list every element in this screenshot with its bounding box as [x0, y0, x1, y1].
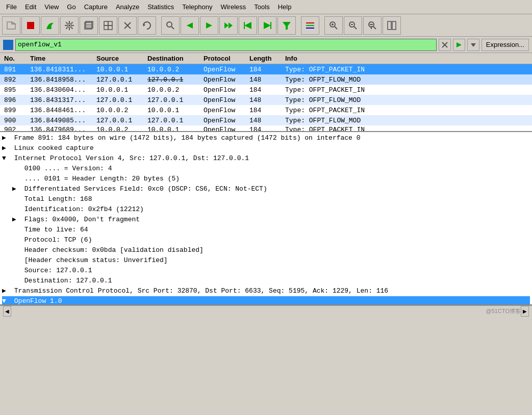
- expand-arrow-icon: ▶: [2, 133, 10, 143]
- packet-row[interactable]: 891 136.8418311... 10.0.0.1 10.0.0.2 Ope…: [0, 64, 532, 74]
- menu-file[interactable]: File: [2, 2, 21, 12]
- svg-line-11: [71, 22, 73, 23]
- filter-input[interactable]: openflow_v1: [15, 39, 437, 51]
- menu-tools[interactable]: Tools: [250, 2, 273, 12]
- detail-text: OpenFlow 1.0: [14, 297, 62, 305]
- svg-line-12: [66, 27, 68, 29]
- zoom-in-button[interactable]: [324, 16, 343, 35]
- svg-rect-19: [104, 25, 108, 30]
- packet-time: 136.8418958...: [30, 76, 96, 84]
- detail-text: Transmission Control Protocol, Src Port:…: [14, 287, 388, 295]
- zoom-reset-button[interactable]: [363, 16, 382, 35]
- packet-dst: 10.0.0.1: [147, 107, 204, 114]
- detail-dsfield-line[interactable]: ▶ Differentiated Services Field: 0xc0 (D…: [2, 184, 530, 194]
- filter-apply-button[interactable]: [453, 39, 465, 51]
- svg-line-39: [335, 27, 337, 29]
- expand-arrow-icon: ▼: [2, 296, 10, 305]
- svg-marker-1: [12, 22, 15, 24]
- prev-packet-button[interactable]: [239, 16, 257, 35]
- svg-marker-54: [457, 42, 462, 47]
- svg-marker-34: [283, 22, 291, 30]
- detail-totallength-line: Total Length: 168: [2, 194, 530, 204]
- detail-text: Time to live: 64: [24, 226, 88, 234]
- find-button[interactable]: [161, 16, 180, 35]
- options-button[interactable]: [60, 16, 79, 35]
- svg-marker-32: [264, 22, 271, 29]
- menu-capture[interactable]: Capture: [80, 2, 112, 12]
- scroll-right-button[interactable]: ▶: [521, 306, 529, 317]
- back-button[interactable]: [181, 16, 199, 35]
- packet-proto: OpenFlow: [204, 117, 249, 124]
- menu-view[interactable]: View: [40, 2, 63, 12]
- toolbar-separator-1: [157, 16, 160, 35]
- packet-info: Type: OFPT_PACKET_IN: [285, 126, 530, 133]
- menu-go[interactable]: Go: [63, 2, 80, 12]
- filter-button[interactable]: [277, 16, 296, 35]
- export-button[interactable]: [99, 16, 117, 35]
- col-header-protocol: Protocol: [204, 55, 249, 62]
- packet-row[interactable]: 899 136.8448461... 10.0.0.2 10.0.0.1 Ope…: [0, 105, 532, 115]
- menu-edit[interactable]: Edit: [21, 2, 40, 12]
- next-packet-button[interactable]: [258, 16, 276, 35]
- colorize-button[interactable]: [301, 16, 319, 35]
- detail-text: Frame 891: 184 bytes on wire (1472 bits)…: [14, 134, 361, 142]
- menu-telephony[interactable]: Telephony: [178, 2, 216, 12]
- packet-dst: 127.0.0.1: [147, 117, 204, 124]
- packet-info: Type: OFPT_FLOW_MOD: [285, 117, 530, 124]
- files-button[interactable]: [80, 16, 98, 35]
- goto-packet-button[interactable]: [219, 16, 238, 35]
- col-header-time: Time: [30, 55, 96, 62]
- filter-dropdown-button[interactable]: [467, 39, 479, 51]
- packet-len: 148: [249, 96, 285, 104]
- expand-arrow-icon: ▶: [2, 286, 10, 296]
- close-button[interactable]: [118, 16, 137, 35]
- packet-len: 184: [249, 107, 285, 114]
- detail-ttl-line: Time to live: 64: [2, 225, 530, 235]
- packet-no: 891: [2, 66, 30, 73]
- packet-src: 127.0.0.1: [96, 76, 147, 84]
- packet-dst: 127.0.0.1: [147, 96, 204, 104]
- packet-row[interactable]: 902 136.8479689... 10.0.0.2 10.0.0.1 Ope…: [0, 125, 532, 132]
- detail-openflow-line[interactable]: ▼ OpenFlow 1.0: [2, 296, 530, 305]
- zoom-out-button[interactable]: [344, 16, 362, 35]
- expand-arrow-icon: ▼: [2, 153, 10, 164]
- packet-info: Type: OFPT_PACKET_IN: [285, 107, 530, 114]
- reload-button[interactable]: [138, 16, 156, 35]
- toolbar: [0, 14, 532, 37]
- packet-src: 10.0.0.2: [96, 126, 147, 133]
- packet-no: 896: [2, 96, 30, 104]
- menu-analyze[interactable]: Analyze: [112, 2, 143, 12]
- detail-ipv4-line[interactable]: ▼ Internet Protocol Version 4, Src: 127.…: [2, 153, 530, 164]
- restart-button[interactable]: [41, 16, 59, 35]
- packet-row[interactable]: 892 136.8418958... 127.0.0.1 127.0.0.1 O…: [0, 74, 532, 85]
- stop-capture-button[interactable]: [21, 16, 40, 35]
- col-header-no: No.: [2, 55, 30, 62]
- expression-button[interactable]: Expression...: [482, 39, 529, 51]
- svg-line-10: [71, 27, 73, 29]
- detail-identification-line: Identification: 0x2fb4 (12212): [2, 204, 530, 215]
- detail-linux-line[interactable]: ▶ Linux cooked capture: [2, 143, 530, 153]
- packet-src: 10.0.0.1: [96, 66, 147, 73]
- open-button[interactable]: [2, 16, 20, 35]
- resize-columns-button[interactable]: [383, 16, 401, 35]
- menu-wireless[interactable]: Wireless: [216, 2, 250, 12]
- svg-line-46: [373, 27, 376, 29]
- packet-time: 136.8431317...: [30, 96, 96, 104]
- detail-frame-line[interactable]: ▶ Frame 891: 184 bytes on wire (1472 bit…: [2, 133, 530, 143]
- detail-text: Protocol: TCP (6): [24, 236, 92, 244]
- packet-len: 184: [249, 126, 285, 133]
- menu-statistics[interactable]: Statistics: [143, 2, 178, 12]
- detail-flags-line[interactable]: ▶ Flags: 0x4000, Don't fragment: [2, 215, 530, 225]
- svg-marker-27: [206, 22, 212, 29]
- packet-row[interactable]: 895 136.8430604... 10.0.0.1 10.0.0.2 Ope…: [0, 85, 532, 95]
- packet-row[interactable]: 896 136.8431317... 127.0.0.1 127.0.0.1 O…: [0, 95, 532, 105]
- filter-clear-button[interactable]: [439, 39, 451, 51]
- detail-tcp-line[interactable]: ▶ Transmission Control Protocol, Src Por…: [2, 286, 530, 296]
- detail-checksum-line: Header checksum: 0x0bda [validation disa…: [2, 245, 530, 255]
- forward-button[interactable]: [200, 16, 218, 35]
- expand-arrow-icon: ▶: [12, 184, 20, 194]
- menu-help[interactable]: Help: [274, 2, 296, 12]
- scroll-left-button[interactable]: ◀: [3, 306, 11, 317]
- detail-protocol-line: Protocol: TCP (6): [2, 235, 530, 245]
- packet-row[interactable]: 900 136.8449085... 127.0.0.1 127.0.0.1 O…: [0, 115, 532, 125]
